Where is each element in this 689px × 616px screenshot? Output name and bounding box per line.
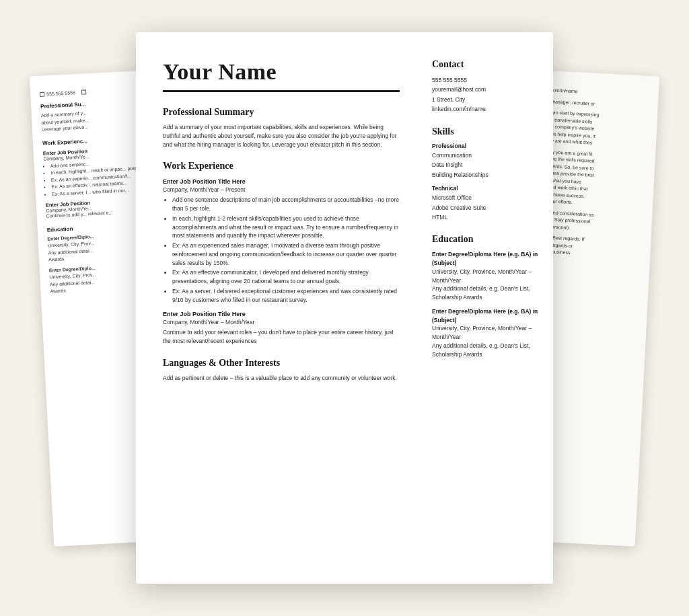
education-title: Education — [432, 234, 540, 245]
edu2-details: University, City, Province, Month/Year –… — [432, 324, 540, 358]
job1-bullets: Add one sentence descriptions of main jo… — [172, 196, 400, 304]
bullet-item: In each, highlight 1-2 relevant skills/c… — [172, 215, 400, 240]
edu1-degree: Enter Degree/Diploma Here (e.g. BA) in (… — [432, 250, 540, 268]
edu2-degree: Enter Degree/Diploma Here (e.g. BA) in (… — [432, 307, 540, 325]
main-resume-page: Your Name Professional Summary Add a sum… — [136, 32, 553, 584]
skills-technical-html: HTML — [432, 213, 540, 222]
contact-email: youremail@host.com — [432, 85, 540, 94]
job1-company: Company, Month/Year – Present — [163, 186, 400, 193]
skills-technical-office: Microsoft Office — [432, 193, 540, 202]
job2-title: Enter Job Position Title Here — [163, 311, 400, 317]
document-scene: 555 555 5555 Professional Su... Add a su… — [42, 32, 647, 584]
work-experience-title: Work Experience — [163, 161, 400, 171]
skills-technical-label: Technical — [432, 185, 540, 192]
bullet-item: Ex: As an experienced sales manager, I m… — [172, 241, 400, 267]
skills-title: Skills — [432, 126, 540, 137]
languages-title: Languages & Other Interests — [163, 358, 400, 369]
contact-title: Contact — [432, 59, 540, 70]
resume-left-column: Your Name Professional Summary Add a sum… — [136, 32, 419, 584]
edu1-details: University, City, Province, Month/Year –… — [432, 268, 540, 302]
job2-body: Continue to add your relevant roles – yo… — [163, 328, 400, 346]
bullet-item: Ex: As an effective communicator, I deve… — [172, 268, 400, 286]
bullet-item: Add one sentence descriptions of main jo… — [172, 196, 400, 213]
contact-address: 1 Street, City — [432, 95, 540, 104]
resume-divider — [163, 90, 400, 92]
skills-professional-data: Data Insight — [432, 160, 540, 169]
summary-title: Professional Summary — [163, 107, 400, 118]
bullet-item: Ex: As a server, I delivered exceptional… — [172, 287, 400, 305]
languages-body: Add as pertinent or delete – this is a v… — [163, 374, 400, 383]
contact-phone: 555 555 5555 — [432, 75, 540, 85]
resume-right-column: Contact 555 555 5555 youremail@host.com … — [419, 32, 553, 584]
skills-technical-adobe: Adobe Creative Suite — [432, 203, 540, 213]
skills-professional-label: Professional — [432, 143, 540, 149]
contact-linkedin: linkedin.com/in/name — [432, 104, 540, 114]
skills-professional-communication: Communication — [432, 151, 540, 160]
job1-title: Enter Job Position Title Here — [163, 178, 400, 185]
job2-company: Company, Month/Year – Month/Year — [163, 319, 400, 325]
skills-professional-relationships: Building Relationships — [432, 170, 540, 180]
resume-name: Your Name — [163, 59, 400, 85]
summary-body: Add a summary of your most important cap… — [163, 123, 400, 149]
